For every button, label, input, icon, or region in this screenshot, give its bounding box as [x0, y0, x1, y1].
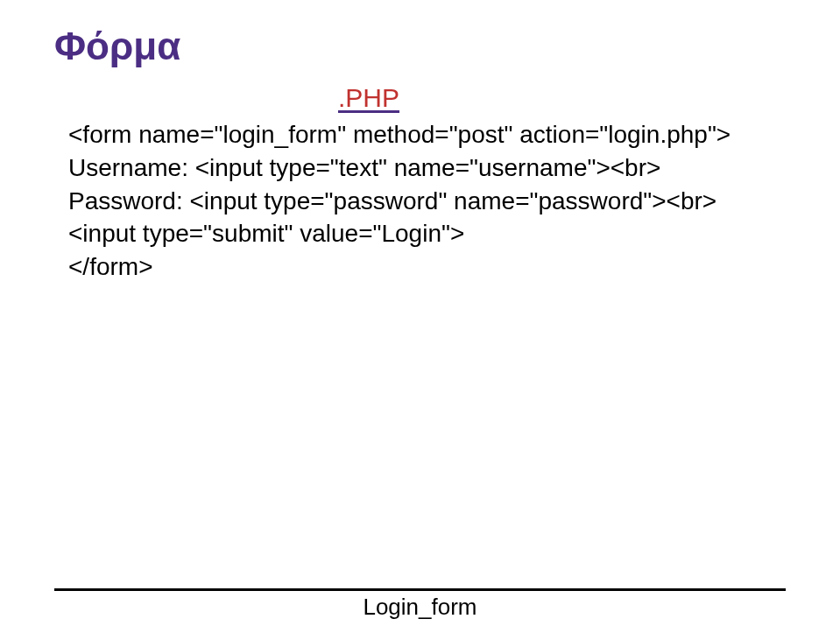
footer-label: Login_form	[0, 594, 840, 621]
code-line-3: Password: <input type="password" name="p…	[68, 187, 716, 215]
code-line-4: <input type="submit" value="Login">	[68, 220, 464, 247]
code-line-1: <form name="login_form" method="post" ac…	[68, 121, 731, 148]
php-label: .PHP	[338, 83, 399, 113]
slide: Φόρμα .PHP <form name="login_form" metho…	[0, 0, 840, 633]
footer-divider	[54, 588, 786, 591]
code-block: <form name="login_form" method="post" ac…	[68, 118, 731, 284]
slide-title: Φόρμα	[54, 25, 180, 68]
code-line-2: Username: <input type="text" name="usern…	[68, 154, 660, 181]
code-line-5: </form>	[68, 253, 152, 280]
